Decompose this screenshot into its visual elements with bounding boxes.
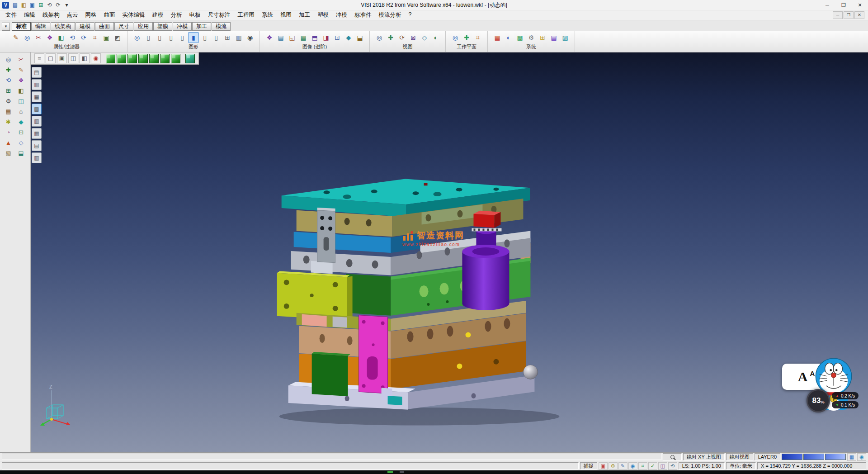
view-cube-icon-1[interactable] bbox=[106, 54, 115, 63]
sidebar-layers-icon[interactable]: ▤ bbox=[3, 107, 14, 116]
pan-icon[interactable]: ✚ bbox=[385, 32, 396, 43]
tab-曲面[interactable]: 曲面 bbox=[95, 22, 114, 31]
inner-view-button-1[interactable]: ▤ bbox=[32, 67, 42, 78]
sidebar-settings-icon[interactable]: ⚙ bbox=[3, 96, 14, 106]
menu-分析[interactable]: 分析 bbox=[167, 11, 186, 19]
material-icon[interactable]: ▥ bbox=[233, 32, 244, 43]
viewport-shade-icon[interactable]: ◧ bbox=[80, 53, 90, 63]
menu-标准件[interactable]: 标准件 bbox=[351, 11, 375, 19]
menu-工程图[interactable]: 工程图 bbox=[234, 11, 259, 19]
status-grid2-icon[interactable]: ⌗ bbox=[638, 462, 647, 470]
redo-icon[interactable]: ⟳ bbox=[78, 32, 89, 43]
cut-icon[interactable]: ✂ bbox=[33, 32, 44, 43]
system-swatch-icon[interactable]: ▨ bbox=[560, 32, 571, 43]
redo-quick-icon[interactable]: ⟳ bbox=[54, 1, 62, 9]
layer-filter-icon[interactable]: ❖ bbox=[44, 32, 55, 43]
menu-视图[interactable]: 视图 bbox=[277, 11, 295, 19]
tab-尺寸[interactable]: 尺寸 bbox=[114, 22, 133, 31]
inner-view-button-5[interactable]: ▥ bbox=[32, 116, 42, 127]
new-file-icon[interactable]: ▤ bbox=[11, 1, 19, 9]
menu-网格[interactable]: 网格 bbox=[82, 11, 100, 19]
inner-view-button-7[interactable]: ▤ bbox=[32, 140, 42, 151]
system-grid-icon[interactable]: ⊞ bbox=[537, 32, 548, 43]
status-layer[interactable]: LAYER0 bbox=[755, 453, 780, 460]
minimize-button[interactable]: ─ bbox=[819, 0, 835, 10]
sidebar-flip-icon[interactable]: ⬓ bbox=[16, 148, 27, 158]
sidebar-add-point-icon[interactable]: ✚ bbox=[3, 65, 14, 75]
texture-icon[interactable]: ⊞ bbox=[222, 32, 233, 43]
view-cube-icon-8[interactable] bbox=[185, 54, 195, 63]
open-file-icon[interactable]: ◧ bbox=[20, 1, 28, 9]
import-icon[interactable]: ⊞ bbox=[37, 1, 45, 9]
background-icon[interactable]: ◨ bbox=[321, 32, 331, 43]
status-profile-icon[interactable]: ◉ bbox=[628, 462, 637, 470]
status-globe-icon[interactable]: ◉ bbox=[857, 453, 866, 461]
inner-view-button-4[interactable]: ▤ bbox=[32, 104, 42, 114]
view-cube-icon-7[interactable] bbox=[171, 54, 180, 63]
view-cube-icon-3[interactable] bbox=[127, 54, 137, 63]
view-cube-icon-6[interactable] bbox=[160, 54, 170, 63]
quality-icon[interactable]: ◆ bbox=[343, 32, 354, 43]
iso-view-icon[interactable]: ◇ bbox=[419, 32, 430, 43]
app-logo-icon[interactable]: V bbox=[2, 2, 9, 9]
zoom-window-icon[interactable]: ⊠ bbox=[408, 32, 419, 43]
mdi-restore-button[interactable]: ❐ bbox=[844, 11, 854, 19]
workplane-origin-icon[interactable]: ◎ bbox=[450, 32, 461, 43]
viewport-menu-icon[interactable]: ≡ bbox=[34, 53, 44, 63]
ghost-pin-icon[interactable]: ▯ bbox=[177, 32, 188, 43]
properties-icon[interactable]: ✎ bbox=[10, 32, 21, 43]
previous-view-icon[interactable]: ◐ bbox=[430, 32, 441, 43]
advanced-render-icon[interactable]: ❖ bbox=[264, 32, 275, 43]
tab-塑膜[interactable]: 塑膜 bbox=[153, 22, 172, 31]
menu-实体编辑[interactable]: 实体编辑 bbox=[119, 11, 149, 19]
system-display-icon[interactable]: ◐ bbox=[503, 32, 514, 43]
active-style-icon[interactable]: ▮ bbox=[188, 32, 199, 43]
tab-编辑[interactable]: 编辑 bbox=[31, 22, 50, 31]
inner-view-button-3[interactable]: ▦ bbox=[32, 91, 42, 102]
sidebar-grid-icon[interactable]: ⊞ bbox=[3, 86, 14, 95]
menu-电极[interactable]: 电极 bbox=[186, 11, 204, 19]
close-button[interactable]: ✕ bbox=[852, 0, 868, 10]
view-cube-icon-2[interactable] bbox=[117, 54, 126, 63]
status-search-button[interactable] bbox=[663, 453, 682, 460]
system-layers-icon[interactable]: ▩ bbox=[514, 32, 525, 43]
hidden-line-icon[interactable]: ▯ bbox=[165, 32, 176, 43]
viewport-window-icon[interactable]: ▢ bbox=[46, 53, 56, 63]
restore-button[interactable]: ❐ bbox=[835, 0, 852, 10]
sidebar-wire-icon[interactable]: ◇ bbox=[16, 138, 27, 147]
tab-建模[interactable]: 建模 bbox=[75, 22, 94, 31]
status-plot-icon[interactable]: ▣ bbox=[599, 462, 608, 470]
inner-view-button-6[interactable]: ▦ bbox=[32, 128, 42, 139]
tab-线架构[interactable]: 线架构 bbox=[51, 22, 75, 31]
zoom-fit-icon[interactable]: ◎ bbox=[374, 32, 385, 43]
taskbar-app-blip-2[interactable] bbox=[400, 471, 404, 473]
inner-view-button-2[interactable]: ▥ bbox=[32, 79, 42, 90]
sidebar-center-icon[interactable]: ⊡ bbox=[16, 128, 27, 137]
undo-icon[interactable]: ⟲ bbox=[67, 32, 78, 43]
layer-color-bar-2[interactable] bbox=[803, 454, 824, 460]
color-filter-icon[interactable]: ◧ bbox=[56, 32, 66, 43]
tab-dropdown-button[interactable]: ▾ bbox=[2, 23, 10, 31]
view-cube-icon-5[interactable] bbox=[149, 54, 159, 63]
menu-文件[interactable]: 文件 bbox=[2, 11, 20, 19]
status-refresh-icon[interactable]: ⟲ bbox=[668, 462, 677, 470]
menu-加工[interactable]: 加工 bbox=[295, 11, 314, 19]
ambient-icon[interactable]: ▦ bbox=[298, 32, 309, 43]
sidebar-pattern-icon[interactable]: ❖ bbox=[16, 76, 27, 85]
status-grid-icon[interactable]: ▦ bbox=[847, 453, 856, 461]
menu-冲模[interactable]: 冲模 bbox=[332, 11, 351, 19]
tab-加工[interactable]: 加工 bbox=[192, 22, 211, 31]
camera-icon[interactable]: ◉ bbox=[245, 32, 255, 43]
sidebar-undo-icon[interactable]: ⟲ bbox=[3, 76, 14, 85]
effects-icon[interactable]: ⬓ bbox=[354, 32, 365, 43]
status-scale[interactable]: LS: 1.00 PS: 1.00 bbox=[679, 462, 725, 469]
sidebar-panels-icon[interactable]: ◫ bbox=[16, 96, 27, 106]
transparent-pin-icon[interactable]: ▯ bbox=[199, 32, 210, 43]
render-mode-icon[interactable]: ◎ bbox=[132, 32, 142, 43]
tab-应用[interactable]: 应用 bbox=[134, 22, 153, 31]
menu-?[interactable]: ? bbox=[405, 11, 415, 19]
status-edit-icon[interactable]: ✎ bbox=[618, 462, 627, 470]
sidebar-home-icon[interactable]: ⌂ bbox=[16, 107, 27, 116]
status-view-mode[interactable]: 绝对 XY 上视图 bbox=[683, 453, 725, 460]
status-absolute-view[interactable]: 绝对视图 bbox=[726, 453, 753, 460]
